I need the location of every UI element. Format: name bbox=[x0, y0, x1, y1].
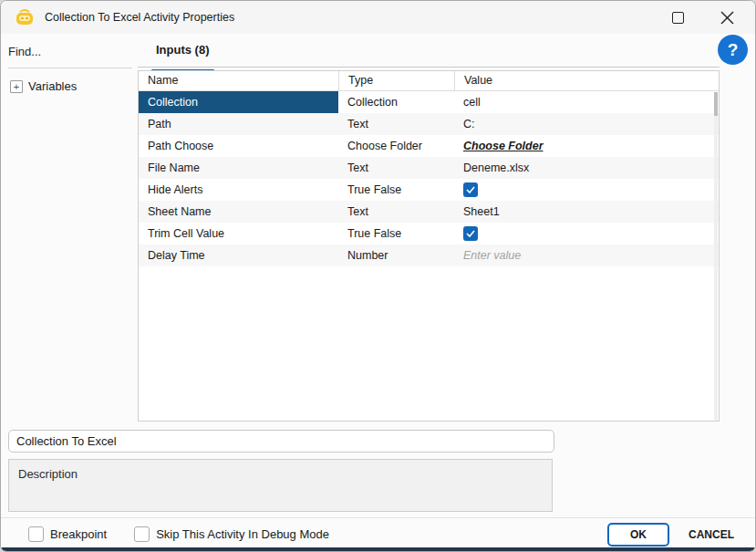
skip-debug-checkbox-group[interactable]: Skip This Activity In Debug Mode bbox=[134, 526, 329, 542]
skip-debug-label: Skip This Activity In Debug Mode bbox=[156, 527, 329, 541]
robot-app-icon bbox=[14, 8, 36, 26]
checkbox-checked-icon[interactable] bbox=[463, 182, 478, 197]
row-type-cell: Text bbox=[338, 201, 454, 223]
find-input[interactable] bbox=[8, 45, 132, 58]
ok-button[interactable]: OK bbox=[607, 523, 669, 547]
tree-item-label: Variables bbox=[28, 79, 77, 93]
row-type-cell: True False bbox=[338, 179, 454, 201]
row-type-cell: Choose Folder bbox=[338, 135, 454, 157]
row-type-cell: Text bbox=[338, 113, 454, 135]
close-icon bbox=[720, 11, 734, 25]
breakpoint-checkbox-group[interactable]: Breakpoint bbox=[28, 526, 107, 542]
table-row-delay-time[interactable]: Delay Time Number Enter value bbox=[139, 245, 719, 266]
maximize-button[interactable] bbox=[657, 1, 699, 34]
row-name-cell[interactable]: Sheet Name bbox=[139, 201, 338, 223]
table-row-path-choose[interactable]: Path Choose Choose Folder Choose Folder bbox=[139, 135, 719, 157]
find-field-wrap bbox=[8, 43, 132, 68]
maximize-icon bbox=[672, 12, 684, 24]
question-mark-icon: ? bbox=[728, 40, 739, 60]
tree-expand-icon[interactable]: + bbox=[10, 80, 23, 93]
table-row-trim-cell-value[interactable]: Trim Cell Value True False bbox=[139, 223, 719, 245]
row-name-cell[interactable]: Collection bbox=[139, 91, 338, 113]
tab-strip: Inputs (8) bbox=[138, 34, 720, 68]
sidebar: + Variables bbox=[1, 34, 138, 422]
window-title: Collection To Excel Activity Properties bbox=[45, 11, 234, 24]
tab-inputs-label: Inputs (8) bbox=[156, 43, 210, 57]
row-name-cell[interactable]: Hide Alerts bbox=[139, 179, 338, 201]
table-row-path[interactable]: Path Text C: bbox=[139, 113, 719, 135]
row-type-cell: Collection bbox=[338, 91, 454, 113]
row-name-cell[interactable]: Delay Time bbox=[139, 245, 338, 266]
close-button[interactable] bbox=[706, 1, 748, 34]
activity-name-input[interactable] bbox=[8, 430, 554, 453]
table-scrollbar[interactable] bbox=[714, 92, 718, 421]
row-value-cell[interactable]: C: bbox=[454, 113, 719, 135]
table-row-collection[interactable]: Collection Collection cell bbox=[139, 91, 719, 113]
sidebar-item-variables[interactable]: + Variables bbox=[10, 79, 138, 93]
row-name-cell[interactable]: Path bbox=[139, 113, 338, 135]
column-header-name: Name bbox=[139, 71, 338, 90]
row-name-cell[interactable]: File Name bbox=[139, 157, 338, 179]
row-type-cell: True False bbox=[338, 223, 454, 245]
table-row-sheet-name[interactable]: Sheet Name Text Sheet1 bbox=[139, 201, 719, 223]
row-type-cell: Text bbox=[338, 157, 454, 179]
column-header-value: Value bbox=[454, 71, 719, 90]
row-value-cell[interactable]: Deneme.xlsx bbox=[454, 157, 719, 179]
cancel-button[interactable]: CANCEL bbox=[683, 523, 740, 547]
row-value-cell[interactable]: Sheet1 bbox=[454, 201, 719, 223]
choose-folder-link[interactable]: Choose Folder bbox=[463, 140, 544, 152]
table-header: Name Type Value bbox=[139, 71, 719, 91]
inputs-table: Name Type Value Collection Collection ce… bbox=[138, 70, 720, 422]
row-value-cell[interactable]: cell bbox=[454, 91, 719, 113]
titlebar: Collection To Excel Activity Properties bbox=[1, 1, 755, 34]
help-button[interactable]: ? bbox=[718, 35, 748, 65]
breakpoint-checkbox[interactable] bbox=[28, 526, 44, 542]
skip-debug-checkbox[interactable] bbox=[134, 526, 150, 542]
column-header-type: Type bbox=[338, 71, 454, 90]
description-textarea[interactable] bbox=[8, 459, 553, 512]
scrollbar-thumb[interactable] bbox=[714, 92, 718, 116]
value-input-placeholder[interactable]: Enter value bbox=[463, 249, 521, 262]
row-name-cell[interactable]: Path Choose bbox=[139, 135, 338, 157]
breakpoint-label: Breakpoint bbox=[50, 527, 107, 541]
table-row-hide-alerts[interactable]: Hide Alerts True False bbox=[139, 179, 719, 201]
footer-bar: Breakpoint Skip This Activity In Debug M… bbox=[1, 517, 755, 549]
checkbox-checked-icon[interactable] bbox=[463, 226, 478, 241]
activity-properties-dialog: Collection To Excel Activity Properties … bbox=[0, 0, 756, 552]
row-name-cell[interactable]: Trim Cell Value bbox=[139, 223, 338, 245]
table-row-file-name[interactable]: File Name Text Deneme.xlsx bbox=[139, 157, 719, 179]
tab-inputs[interactable]: Inputs (8) bbox=[151, 41, 214, 57]
row-type-cell: Number bbox=[338, 245, 454, 266]
